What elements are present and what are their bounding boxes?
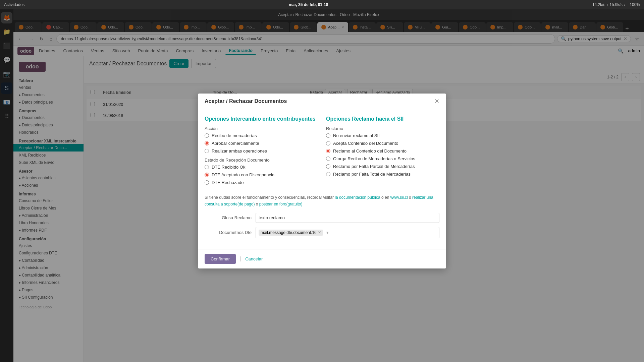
modal-info-text: Si tiene dudas sobre el funcionamiento y… — [205, 194, 439, 207]
estado-radio-1[interactable] — [205, 165, 209, 169]
glosa-input[interactable] — [256, 213, 439, 223]
reclamo-radio-2[interactable] — [326, 141, 330, 145]
os-topbar: Actividades mar, 25 de feb, 01:18 14.2k/… — [0, 0, 644, 9]
reclamo-label-3: Reclamo al Contenido del Documento — [333, 148, 407, 154]
reclamo-radio-1[interactable] — [326, 133, 330, 138]
estado-label-2: DTE Aceptado con Discrepancia. — [212, 172, 276, 177]
sii-link[interactable]: www.sii.cl — [390, 195, 408, 200]
estado-label-1: DTE Recibido Ok — [212, 165, 245, 170]
os-topbar-clock: mar, 25 de feb, 01:18 — [289, 2, 328, 7]
reclamo-option-6: Reclamo por Falta Total de Mercaderías — [326, 172, 439, 177]
estado-option-3: DTE Rechazado — [205, 180, 318, 185]
modal-title: Aceptar / Rechazar Documentos — [205, 98, 287, 104]
documentos-tag-input[interactable]: mail.message.dte.document.16 ✕ ▼ — [256, 227, 439, 238]
modal-header: Aceptar / Rechazar Documentos ✕ — [198, 94, 446, 109]
doc-tag-remove[interactable]: ✕ — [318, 230, 321, 235]
reclamo-option-5: Reclamo por Falta Parcial de Mercaderías — [326, 164, 439, 169]
accion-label-2: Aprobar comercialmente — [212, 141, 259, 146]
estado-option-1: DTE Recibido Ok — [205, 165, 318, 170]
tag-dropdown-icon[interactable]: ▼ — [326, 231, 329, 235]
foro-link[interactable]: postear en foro(gratuito) — [259, 202, 303, 206]
footer-separator: | — [240, 256, 241, 262]
modal-columns: Opciones Intercambio entre contribuyente… — [205, 116, 439, 188]
modal-dialog: Aceptar / Rechazar Documentos ✕ Opciones… — [198, 94, 446, 268]
estado-radio-2[interactable] — [205, 173, 209, 177]
estado-label-3: DTE Rechazado — [212, 180, 244, 185]
accion-radio-1[interactable] — [205, 133, 209, 138]
modal-overlay: Aceptar / Rechazar Documentos ✕ Opciones… — [0, 0, 644, 362]
modal-close-button[interactable]: ✕ — [434, 98, 439, 104]
reclamo-label-2: Acepta Contenido del Documento — [333, 141, 398, 146]
glosa-label: Glosa Reclamo — [205, 215, 252, 220]
battery-status: 100% — [630, 2, 640, 7]
estado-option-2: DTE Aceptado con Discrepancia. — [205, 172, 318, 177]
documentos-row: Documetnos Dte mail.message.dte.document… — [205, 227, 439, 238]
os-topbar-right: 14.2k/s ↑ 15.9k/s ↓ 100% — [592, 2, 640, 7]
reclamo-option-4: Otorga Recibo de Mercaderías o Servicios — [326, 156, 439, 161]
glosa-row: Glosa Reclamo — [205, 213, 439, 223]
modal-left-col: Opciones Intercambio entre contribuyente… — [205, 116, 318, 188]
reclamo-label-5: Reclamo por Falta Parcial de Mercaderías — [333, 164, 415, 169]
doc-tag-label: mail.message.dte.document.16 — [261, 230, 317, 235]
reclamo-radio-4[interactable] — [326, 157, 330, 161]
accion-option-3: Realizar ambas operaciones — [205, 148, 318, 154]
accion-option-2: Aprobar comercialmente — [205, 141, 318, 146]
network-status: 14.2k/s ↑ 15.9k/s ↓ — [592, 2, 626, 7]
reclamo-radio-3[interactable] — [326, 149, 330, 153]
left-col-title: Opciones Intercambio entre contribuyente… — [205, 116, 318, 122]
cancel-button[interactable]: Cancelar — [245, 256, 263, 261]
accion-label-1: Recibo de mercaderías — [212, 133, 257, 138]
os-topbar-left: Actividades — [4, 2, 24, 7]
accion-option-1: Recibo de mercaderías — [205, 133, 318, 138]
accion-radio-2[interactable] — [205, 141, 209, 145]
reclamo-label: Reclamo — [326, 126, 439, 131]
reclamo-radio-5[interactable] — [326, 164, 330, 169]
reclamo-option-1: No enviar reclamo al SII — [326, 133, 439, 138]
right-col-title: Opciones Reclamo hacia el SII — [326, 116, 439, 122]
reclamo-radio-6[interactable] — [326, 172, 330, 176]
accion-radio-3[interactable] — [205, 149, 209, 153]
reclamo-label-4: Otorga Recibo de Mercaderías o Servicios — [333, 156, 415, 161]
reclamo-label-6: Reclamo por Falta Total de Mercaderías — [333, 172, 411, 177]
modal-body: Opciones Intercambio entre contribuyente… — [198, 109, 446, 249]
modal-footer: Confirmar | Cancelar — [198, 249, 446, 268]
reclamo-label-1: No enviar reclamo al SII — [333, 133, 380, 138]
confirm-button[interactable]: Confirmar — [205, 254, 236, 264]
estado-label: Estado de Recepción Documento — [205, 158, 318, 163]
accion-label: Acción — [205, 126, 318, 131]
reclamo-option-2: Acepta Contenido del Documento — [326, 141, 439, 146]
accion-label-3: Realizar ambas operaciones — [212, 148, 267, 154]
estado-radio-3[interactable] — [205, 180, 209, 185]
doc-publica-link[interactable]: la documentación pública — [335, 195, 380, 200]
documentos-label: Documetnos Dte — [205, 230, 252, 235]
reclamo-option-3: Reclamo al Contenido del Documento — [326, 148, 439, 154]
modal-right-col: Opciones Reclamo hacia el SII Reclamo No… — [326, 116, 439, 188]
doc-tag: mail.message.dte.document.16 ✕ — [259, 230, 323, 236]
